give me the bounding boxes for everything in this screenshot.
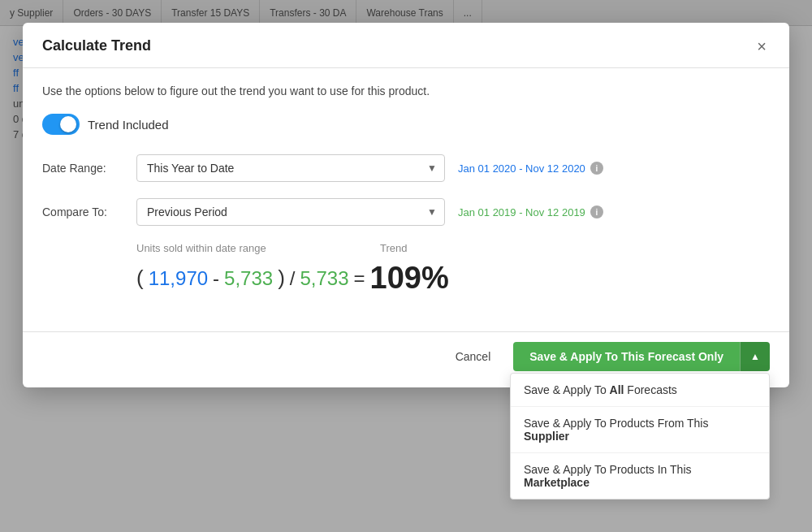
trend-toggle[interactable] [42, 114, 80, 135]
save-apply-forecast-button[interactable]: Save & Apply To This Forecast Only [513, 342, 740, 371]
modal-header: Calculate Trend × [23, 23, 789, 68]
modal-close-button[interactable]: × [754, 38, 770, 54]
formula-equals: = [354, 267, 365, 290]
formula-units-label: Units sold within date range [136, 242, 380, 254]
modal-title: Calculate Trend [42, 37, 151, 54]
formula-calculation: ( 11,970 - 5,733 ) / 5,733 = 109% [136, 261, 770, 296]
compare-to-info-icon[interactable]: i [590, 205, 603, 218]
formula-labels: Units sold within date range Trend [136, 242, 770, 254]
toggle-thumb [60, 116, 76, 132]
formula-close-paren: ) [278, 266, 285, 291]
modal-description: Use the options below to figure out the … [42, 84, 770, 97]
formula-result: 109% [370, 261, 449, 296]
compare-to-date-value: Jan 01 2019 - Nov 12 2019 i [458, 205, 603, 218]
date-range-label: Date Range: [42, 162, 123, 175]
toggle-label: Trend Included [88, 118, 169, 132]
modal-body: Use the options below to figure out the … [23, 68, 789, 331]
date-range-select-wrap: This Year to Date Last Year Last 30 Days… [136, 154, 445, 182]
compare-to-select-wrap: Previous Period Same Period Last Year Cu… [136, 198, 445, 226]
save-supplier-item[interactable]: Save & Apply To Products From This Suppl… [511, 407, 769, 453]
date-range-select[interactable]: This Year to Date Last Year Last 30 Days… [136, 154, 445, 182]
formula-value2: 5,733 [224, 267, 273, 290]
formula-trend-label: Trend [380, 242, 407, 254]
cancel-button[interactable]: Cancel [443, 344, 504, 370]
save-dropdown-menu: Save & Apply To All Forecasts Save & App… [510, 373, 770, 500]
compare-to-date-text: Jan 01 2019 - Nov 12 2019 [458, 206, 585, 218]
save-marketplace-item[interactable]: Save & Apply To Products In This Marketp… [511, 453, 769, 499]
modal-footer: Cancel Save & Apply To This Forecast Onl… [23, 331, 789, 387]
compare-to-label: Compare To: [42, 205, 123, 218]
compare-to-row: Compare To: Previous Period Same Period … [42, 198, 770, 226]
save-dropdown-toggle-button[interactable]: ▲ [740, 342, 770, 371]
save-button-group: Save & Apply To This Forecast Only ▲ Sav… [513, 342, 770, 371]
formula-divisor: 5,733 [300, 267, 348, 290]
formula-divide: / [290, 267, 296, 290]
date-range-value: Jan 01 2020 - Nov 12 2020 i [458, 162, 603, 175]
save-all-forecasts-item[interactable]: Save & Apply To All Forecasts [511, 374, 769, 407]
date-range-row: Date Range: This Year to Date Last Year … [42, 154, 770, 182]
date-range-info-icon[interactable]: i [590, 162, 603, 175]
formula-open-paren: ( [136, 266, 144, 291]
formula-value1: 11,970 [149, 267, 208, 290]
compare-to-select[interactable]: Previous Period Same Period Last Year Cu… [136, 198, 445, 226]
toggle-row: Trend Included [42, 114, 770, 135]
formula-section: Units sold within date range Trend ( 11,… [42, 242, 770, 296]
date-range-text: Jan 01 2020 - Nov 12 2020 [458, 162, 585, 175]
formula-minus: - [213, 267, 219, 290]
calculate-trend-modal: Calculate Trend × Use the options below … [23, 23, 789, 387]
